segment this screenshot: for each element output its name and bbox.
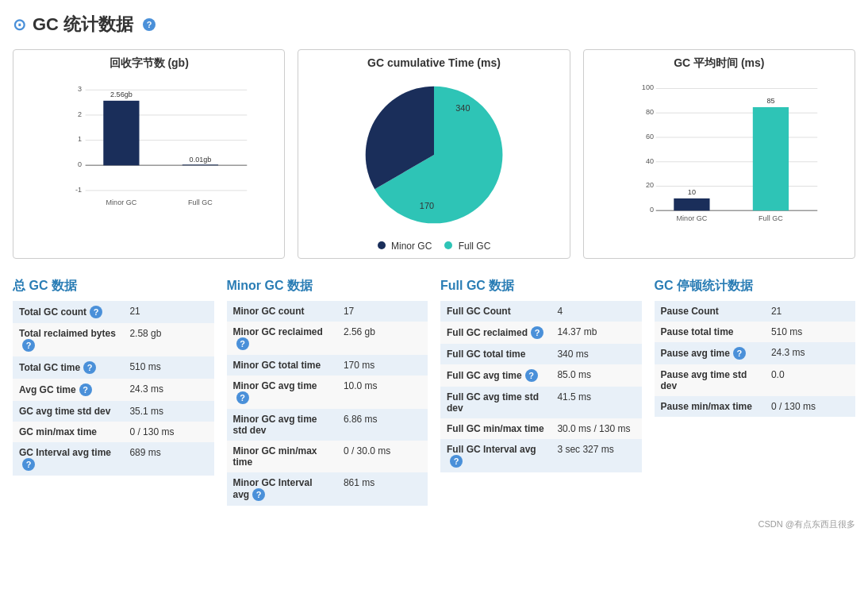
- stat-label: Avg GC time?: [13, 379, 123, 401]
- help-icon[interactable]: ?: [525, 369, 538, 382]
- help-icon[interactable]: ?: [450, 455, 463, 468]
- stat-value: 10.0 ms: [337, 376, 428, 409]
- stat-label: Full GC Count: [440, 301, 551, 322]
- stat-label: Minor GC Interval avg?: [227, 472, 337, 506]
- table-row: Avg GC time?24.3 ms: [13, 379, 214, 401]
- table-row: Full GC Interval avg?3 sec 327 ms: [440, 439, 642, 472]
- legend-full-gc: Full GC: [444, 241, 490, 252]
- stat-value: 510 ms: [765, 322, 855, 342]
- table-row: Full GC avg time?85.0 ms: [440, 364, 642, 387]
- stat-label: GC avg time std dev: [13, 401, 123, 422]
- table-row: GC min/max time0 / 130 ms: [13, 422, 214, 442]
- stat-label: Minor GC reclaimed?: [227, 322, 337, 355]
- stat-label: Pause avg time?: [655, 342, 765, 364]
- svg-text:40: 40: [646, 157, 654, 165]
- svg-text:-1: -1: [75, 186, 82, 194]
- stat-label: Pause avg time std dev: [655, 364, 765, 396]
- stat-value: 170 ms: [337, 355, 428, 376]
- minor-gc-section: Minor GC 数据 Minor GC count17Minor GC rec…: [227, 278, 428, 506]
- table-row: Minor GC total time170 ms: [227, 355, 428, 376]
- help-icon[interactable]: ?: [252, 488, 265, 501]
- table-row: Pause total time510 ms: [655, 322, 856, 342]
- stat-value: 14.37 mb: [551, 322, 641, 344]
- cumulative-chart-title: GC cumulative Time (ms): [305, 56, 563, 69]
- table-row: Pause avg time?24.3 ms: [655, 342, 856, 364]
- table-row: Full GC reclaimed?14.37 mb: [440, 322, 642, 344]
- stat-value: 41.5 ms: [551, 387, 641, 418]
- table-row: Full GC Count4: [440, 301, 642, 322]
- svg-text:0: 0: [78, 160, 82, 168]
- stats-row: 总 GC 数据 Total GC count?21Total reclaimed…: [13, 278, 855, 506]
- stat-label: Full GC avg time?: [440, 364, 551, 387]
- stat-value: 0.0: [765, 364, 855, 396]
- svg-text:1: 1: [78, 135, 82, 143]
- stat-label: Pause Count: [655, 301, 765, 322]
- gc-icon: ⊙: [13, 15, 26, 34]
- table-row: GC Interval avg time?689 ms: [13, 442, 214, 476]
- help-icon[interactable]: ?: [83, 361, 96, 374]
- stat-value: 510 ms: [123, 356, 213, 379]
- table-row: Minor GC count17: [227, 301, 428, 322]
- svg-text:340: 340: [455, 103, 470, 113]
- stat-value: 0 / 130 ms: [123, 422, 213, 442]
- stat-value: 861 ms: [337, 472, 428, 506]
- table-row: Pause avg time std dev0.0: [655, 364, 856, 396]
- total-gc-title: 总 GC 数据: [13, 278, 214, 295]
- stat-label: Pause total time: [655, 322, 765, 342]
- stat-label: Minor GC total time: [227, 355, 337, 376]
- help-icon[interactable]: ?: [531, 326, 543, 339]
- table-row: Minor GC min/max time0 / 30.0 ms: [227, 441, 428, 472]
- help-icon-title[interactable]: ?: [143, 18, 156, 31]
- pause-stats-section: GC 停顿统计数据 Pause Count21Pause total time5…: [655, 278, 856, 506]
- stat-label: Total GC time?: [13, 356, 123, 379]
- stat-value: 21: [765, 301, 855, 322]
- table-row: Minor GC avg time std dev6.86 ms: [227, 409, 428, 441]
- svg-text:Full GC: Full GC: [188, 198, 213, 206]
- bar2-full-gc: [752, 107, 788, 210]
- stat-label: Full GC avg time std dev: [440, 387, 551, 418]
- legend-minor-gc: Minor GC: [378, 241, 432, 252]
- svg-text:Minor GC: Minor GC: [106, 198, 137, 206]
- footer: CSDN @有点东西且很多: [13, 518, 855, 530]
- svg-text:2.56gb: 2.56gb: [110, 91, 133, 98]
- help-icon[interactable]: ?: [90, 306, 102, 318]
- stat-label: Full GC reclaimed?: [440, 322, 551, 344]
- help-icon[interactable]: ?: [22, 339, 35, 352]
- stat-label: Pause min/max time: [655, 396, 765, 417]
- help-icon[interactable]: ?: [733, 347, 746, 360]
- bytes-chart-svg: 3 2 1 0 -1 2.56gb 0.01gb: [44, 77, 278, 228]
- stat-label: Minor GC count: [227, 301, 337, 322]
- svg-text:Full GC: Full GC: [759, 214, 783, 222]
- legend-dot-minor: [378, 241, 386, 249]
- stat-label: GC min/max time: [13, 422, 123, 442]
- full-gc-section: Full GC 数据 Full GC Count4Full GC reclaim…: [440, 278, 642, 506]
- pie-chart-container: 340 170 Minor GC Full GC: [305, 75, 563, 252]
- stat-label: Minor GC min/max time: [227, 441, 337, 472]
- help-icon[interactable]: ?: [22, 458, 35, 471]
- help-icon[interactable]: ?: [236, 391, 249, 404]
- table-row: Full GC min/max time30.0 ms / 130 ms: [440, 418, 642, 439]
- stat-value: 24.3 ms: [123, 379, 213, 401]
- table-row: Total GC time?510 ms: [13, 356, 214, 379]
- svg-text:0.01gb: 0.01gb: [190, 156, 212, 164]
- help-icon[interactable]: ?: [236, 337, 249, 350]
- stat-value: 17: [337, 301, 428, 322]
- help-icon[interactable]: ?: [79, 383, 92, 396]
- stat-label: Full GC total time: [440, 344, 551, 364]
- stat-label: Full GC Interval avg?: [440, 439, 551, 472]
- stat-value: 340 ms: [551, 344, 641, 364]
- svg-text:60: 60: [646, 133, 654, 141]
- svg-text:80: 80: [646, 108, 654, 116]
- full-gc-table: Full GC Count4Full GC reclaimed?14.37 mb…: [440, 301, 642, 472]
- svg-text:100: 100: [642, 83, 654, 91]
- stat-value: 4: [551, 301, 641, 322]
- svg-text:Minor GC: Minor GC: [676, 214, 707, 222]
- stat-value: 21: [123, 301, 213, 323]
- stat-label: Minor GC avg time std dev: [227, 409, 337, 441]
- stat-label: Total reclaimed bytes?: [13, 323, 123, 356]
- bar-minor-gc: [103, 101, 139, 165]
- stat-value: 6.86 ms: [337, 409, 428, 441]
- pause-stats-table: Pause Count21Pause total time510 msPause…: [655, 301, 856, 417]
- stat-label: GC Interval avg time?: [13, 442, 123, 476]
- avg-time-chart-container: 100 80 60 40 20 0 10 85 Mino: [590, 77, 848, 252]
